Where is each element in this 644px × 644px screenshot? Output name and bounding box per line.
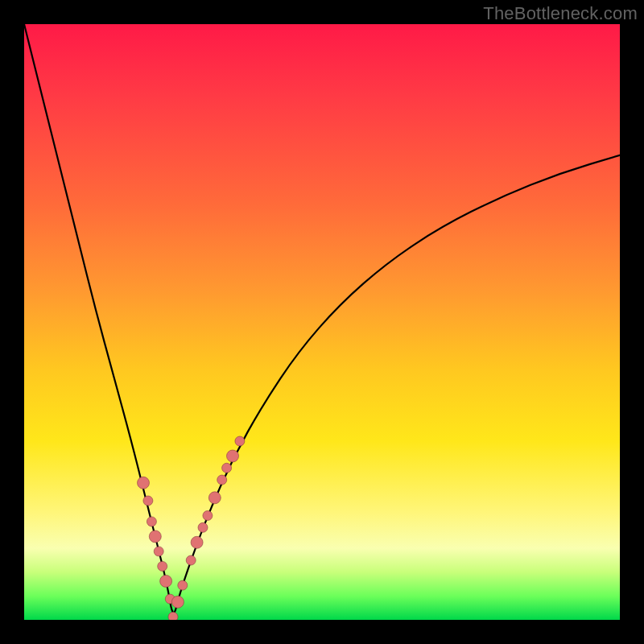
dot [160, 575, 172, 587]
dot [138, 477, 150, 489]
chart-frame: TheBottleneck.com [0, 0, 644, 644]
plot-area [24, 24, 620, 620]
dot [222, 463, 232, 473]
chart-svg [24, 24, 620, 620]
dot [178, 580, 188, 590]
dot [149, 530, 161, 543]
dot [208, 492, 221, 504]
dot [191, 536, 203, 548]
dot [158, 561, 167, 571]
dot [227, 450, 239, 462]
dot [186, 555, 196, 565]
dot [143, 496, 153, 506]
dot [235, 436, 245, 446]
dot [154, 547, 163, 556]
dot [171, 596, 184, 608]
watermark-text: TheBottleneck.com [483, 3, 638, 24]
dot [168, 612, 178, 620]
dot [203, 511, 213, 521]
dot [217, 475, 227, 485]
dot [198, 522, 208, 532]
dot [147, 517, 156, 526]
bottleneck-curve [24, 24, 620, 613]
